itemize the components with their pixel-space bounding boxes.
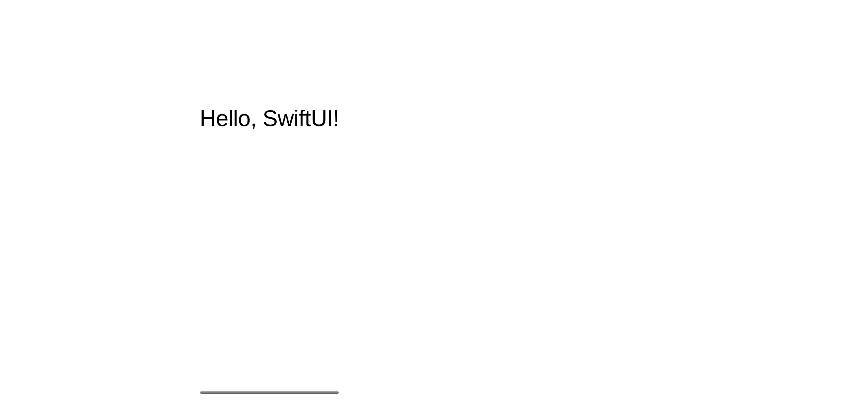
- app-screen: Hello, SwiftUI!: [0, 0, 868, 401]
- content-area: Hello, SwiftUI!: [0, 0, 868, 401]
- greeting-label: Hello, SwiftUI!: [200, 105, 339, 131]
- home-indicator[interactable]: [200, 391, 339, 394]
